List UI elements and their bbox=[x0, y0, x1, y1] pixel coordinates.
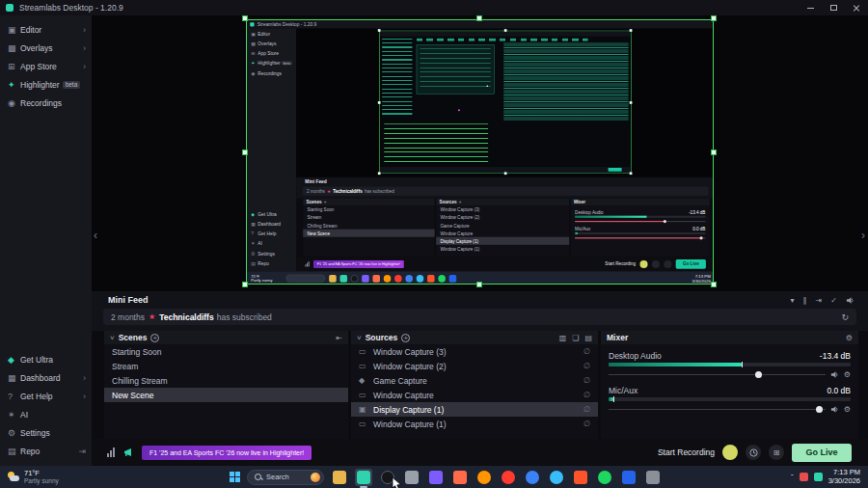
sidebar-item-dashboard[interactable]: ▦ Dashboard › bbox=[0, 368, 92, 387]
visibility-icon[interactable]: ∅ bbox=[583, 420, 590, 428]
close-button[interactable] bbox=[845, 0, 868, 15]
timer-button[interactable] bbox=[746, 445, 761, 460]
performance-stats-icon[interactable] bbox=[107, 447, 115, 457]
start-recording-button[interactable]: Start Recording bbox=[658, 447, 715, 457]
sidebar-item-get-help[interactable]: ? Get Help › bbox=[0, 387, 92, 405]
sidebar-item-highlighter[interactable]: ✦ Highlighter beta bbox=[0, 75, 92, 94]
megaphone-icon[interactable] bbox=[123, 447, 133, 457]
sidebar-item-repo[interactable]: ▤ Repo ⇥ bbox=[0, 442, 92, 460]
selection-handle[interactable] bbox=[476, 15, 482, 21]
selection-handle[interactable] bbox=[242, 282, 248, 287]
scene-row[interactable]: Stream bbox=[104, 359, 348, 373]
source-row[interactable]: ▭Window Capture (1)∅ bbox=[351, 417, 598, 431]
sidebar-item-get-ultra[interactable]: ◆ Get Ultra bbox=[0, 350, 92, 368]
mark-read-icon[interactable]: ✓ bbox=[830, 296, 837, 305]
streamlabs-app-icon[interactable] bbox=[355, 469, 372, 486]
taskbar-clock[interactable]: 7:13 PM 3/30/2026 bbox=[828, 469, 860, 485]
pause-icon[interactable]: ∥ bbox=[803, 296, 807, 305]
mixer-settings-gear-icon[interactable]: ⚙ bbox=[846, 334, 853, 342]
scene-row-selected[interactable]: New Scene bbox=[104, 388, 348, 402]
add-scene-button[interactable]: + bbox=[150, 334, 159, 342]
collapse-sidebar-icon[interactable]: ‹ bbox=[94, 230, 97, 241]
visibility-icon[interactable]: ∅ bbox=[583, 405, 590, 414]
selection-handle[interactable] bbox=[242, 15, 248, 21]
minifeed-title: Mini Feed bbox=[108, 295, 149, 305]
visibility-icon[interactable]: ∅ bbox=[583, 362, 590, 370]
channel-settings-gear-icon[interactable]: ⚙ bbox=[844, 370, 851, 379]
minimize-button[interactable] bbox=[799, 0, 822, 15]
add-source-button[interactable]: + bbox=[401, 334, 410, 342]
volume-slider[interactable] bbox=[609, 404, 826, 414]
expand-panel-icon[interactable]: › bbox=[861, 230, 865, 241]
selection-handle[interactable] bbox=[711, 282, 717, 287]
file-explorer-icon[interactable] bbox=[331, 469, 348, 486]
taskbar-app-icon[interactable] bbox=[427, 469, 445, 486]
speaker-icon[interactable] bbox=[846, 296, 854, 305]
taskbar-app-icon[interactable] bbox=[403, 469, 420, 486]
taskbar-app-icon[interactable] bbox=[620, 469, 637, 486]
sidebar-item-recordings[interactable]: ◉ Recordings bbox=[0, 94, 92, 112]
preview-app-dot bbox=[372, 275, 380, 283]
taskbar-app-icon[interactable] bbox=[451, 469, 469, 486]
taskbar-app-icon[interactable] bbox=[644, 469, 662, 486]
tray-app-icon[interactable] bbox=[814, 473, 823, 481]
selection-handle[interactable] bbox=[711, 15, 717, 21]
tray-app-icon[interactable] bbox=[800, 473, 808, 481]
chevron-down-icon[interactable]: ˅ bbox=[357, 334, 362, 342]
speaker-icon[interactable] bbox=[830, 405, 839, 414]
slider-knob[interactable] bbox=[755, 371, 762, 378]
layout-grid-button[interactable]: ⊞ bbox=[769, 445, 784, 460]
editor-canvas[interactable]: ‹ › Streamlabs Desktop - 1.20.9 ▣Editor … bbox=[92, 15, 868, 291]
sidebar-item-label: Dashboard bbox=[20, 373, 61, 383]
source-row[interactable]: ▭Window Capture∅ bbox=[351, 388, 598, 402]
selection-handle[interactable] bbox=[476, 282, 482, 287]
taskbar-app-icon[interactable] bbox=[524, 469, 541, 486]
channel-settings-gear-icon[interactable]: ⚙ bbox=[844, 405, 851, 414]
visibility-icon[interactable]: ∅ bbox=[583, 347, 590, 356]
tray-chevron-icon[interactable]: ˆ bbox=[791, 473, 794, 481]
selection-handle[interactable] bbox=[711, 149, 717, 155]
filter-icon[interactable]: ▾ bbox=[791, 296, 795, 305]
slider-knob[interactable] bbox=[816, 406, 823, 413]
display-capture-preview[interactable]: Streamlabs Desktop - 1.20.9 ▣Editor ▩Ove… bbox=[246, 19, 714, 285]
weather-widget[interactable]: 71°F Partly sunny bbox=[0, 470, 230, 484]
source-row[interactable]: ▭Window Capture (3)∅ bbox=[351, 344, 598, 359]
taskbar-search[interactable]: Search bbox=[247, 470, 324, 485]
taskbar-app-icon[interactable] bbox=[475, 469, 493, 486]
scene-name: New Scene bbox=[112, 391, 153, 400]
record-button[interactable] bbox=[722, 445, 738, 460]
source-row[interactable]: ◆Game Capture∅ bbox=[351, 373, 598, 388]
copy-icon[interactable]: ❏ bbox=[572, 334, 579, 342]
speaker-icon[interactable] bbox=[830, 370, 839, 379]
preview-minifeed: Mini Feed 2 months ★ Technicaldiffs has … bbox=[296, 177, 714, 199]
sidebar-item-ai[interactable]: ✶ AI bbox=[0, 405, 92, 423]
volume-slider[interactable] bbox=[609, 369, 826, 379]
preview-app-dot bbox=[438, 275, 446, 283]
sidebar-item-overlays[interactable]: ▩ Overlays › bbox=[0, 39, 92, 57]
sidebar-item-editor[interactable]: ▣ Editor › bbox=[0, 20, 92, 39]
taskbar-app-icon[interactable] bbox=[548, 469, 565, 486]
sidebar-item-app-store[interactable]: ⊞ App Store › bbox=[0, 57, 92, 75]
scene-collapse-icon[interactable]: ⇤ bbox=[336, 334, 342, 342]
taskbar-app-icon[interactable] bbox=[572, 469, 589, 486]
folder-icon[interactable]: ▤ bbox=[584, 334, 592, 342]
visibility-icon[interactable]: ∅ bbox=[583, 391, 590, 399]
start-button[interactable] bbox=[230, 472, 240, 482]
scene-row[interactable]: Starting Soon bbox=[104, 344, 348, 359]
refresh-icon[interactable]: ↻ bbox=[841, 312, 849, 322]
minifeed-event[interactable]: 2 months ★ Technicaldiffs has subscribed… bbox=[103, 309, 856, 325]
taskbar-app-icon[interactable] bbox=[596, 469, 613, 486]
notification-banner[interactable]: F1 '25 and EA Sports FC '26 now live in … bbox=[142, 446, 312, 460]
maximize-button[interactable] bbox=[822, 0, 845, 15]
scene-row[interactable]: Chilling Stream bbox=[104, 373, 348, 388]
go-live-button[interactable]: Go Live bbox=[792, 444, 852, 462]
chevron-down-icon[interactable]: ˅ bbox=[110, 334, 115, 342]
taskbar-app-icon[interactable] bbox=[500, 469, 517, 486]
source-row[interactable]: ▭Window Capture (2)∅ bbox=[351, 359, 598, 373]
sidebar-item-settings[interactable]: ⚙ Settings bbox=[0, 423, 92, 442]
visibility-icon[interactable]: ∅ bbox=[583, 376, 590, 385]
source-row-selected[interactable]: ▣Display Capture (1)∅ bbox=[351, 402, 598, 417]
monitor-icon[interactable]: ▥ bbox=[559, 334, 567, 342]
skip-to-latest-icon[interactable]: ⇥ bbox=[816, 296, 823, 305]
selection-handle[interactable] bbox=[242, 149, 248, 155]
